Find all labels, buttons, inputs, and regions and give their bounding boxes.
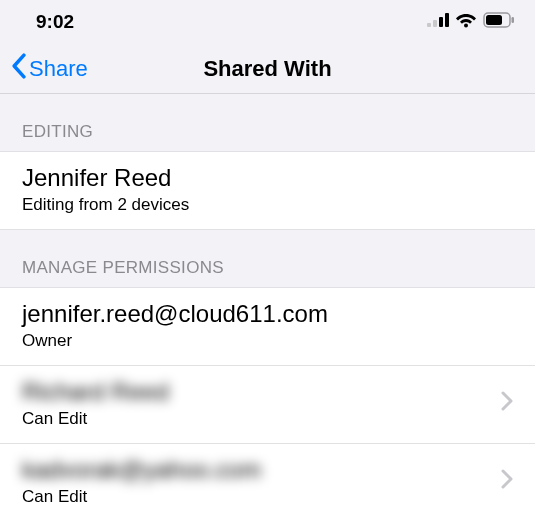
- wifi-icon: [455, 12, 477, 32]
- chevron-left-icon: [10, 53, 27, 85]
- status-bar: 9:02: [0, 0, 535, 44]
- editing-name: Jennifer Reed: [22, 162, 513, 193]
- svg-rect-0: [427, 23, 431, 27]
- permission-row-content: jennifer.reed@cloud611.comOwner: [22, 298, 328, 353]
- chevron-right-icon: [501, 469, 513, 493]
- svg-rect-3: [445, 13, 449, 27]
- status-icons: [427, 12, 515, 32]
- editing-subtitle: Editing from 2 devices: [22, 193, 513, 217]
- cellular-icon: [427, 13, 449, 31]
- battery-icon: [483, 12, 515, 32]
- back-label: Share: [29, 56, 88, 82]
- permission-role: Can Edit: [22, 485, 261, 506]
- permission-label: Richard Reed: [22, 376, 169, 407]
- chevron-right-icon: [501, 391, 513, 415]
- permission-row: jennifer.reed@cloud611.comOwner: [0, 287, 535, 366]
- permission-role: Owner: [22, 329, 328, 353]
- permission-row-content: kadvorak@yahoo.comCan Edit: [22, 454, 261, 506]
- permission-row[interactable]: Richard ReedCan Edit: [0, 366, 535, 444]
- status-time: 9:02: [36, 11, 74, 33]
- svg-point-4: [464, 24, 468, 28]
- editing-row: Jennifer Reed Editing from 2 devices: [0, 151, 535, 230]
- permission-role: Can Edit: [22, 407, 169, 431]
- svg-rect-6: [486, 15, 502, 25]
- permission-label: kadvorak@yahoo.com: [22, 454, 261, 485]
- svg-rect-7: [512, 17, 515, 23]
- permission-label: jennifer.reed@cloud611.com: [22, 298, 328, 329]
- nav-bar: Share Shared With: [0, 44, 535, 94]
- svg-rect-2: [439, 17, 443, 27]
- permission-row-content: Richard ReedCan Edit: [22, 376, 169, 431]
- back-button[interactable]: Share: [10, 53, 88, 85]
- section-header-manage: MANAGE PERMISSIONS: [0, 230, 535, 287]
- permission-row[interactable]: kadvorak@yahoo.comCan Edit: [0, 444, 535, 506]
- section-header-editing: EDITING: [0, 94, 535, 151]
- svg-rect-1: [433, 20, 437, 27]
